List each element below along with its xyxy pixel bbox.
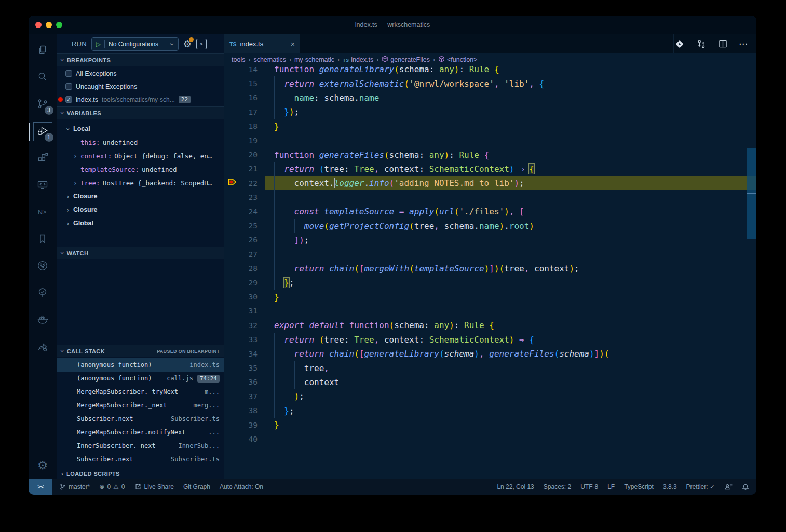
- debug-console-button[interactable]: >: [196, 39, 207, 49]
- code-line-text[interactable]: [265, 432, 756, 446]
- run-or-debug-icon[interactable]: [674, 38, 685, 50]
- line-number[interactable]: 33: [240, 335, 265, 344]
- line-number[interactable]: 17: [240, 108, 265, 116]
- scope-row[interactable]: ›Global: [57, 216, 224, 230]
- code-line-text[interactable]: [265, 304, 756, 318]
- code-line-text[interactable]: return (tree: Tree, context: SchematicCo…: [265, 333, 756, 347]
- breadcrumb-item-tools[interactable]: tools: [232, 56, 245, 63]
- variable-row[interactable]: this:undefined: [57, 135, 224, 149]
- code-line-text[interactable]: [265, 190, 756, 204]
- activity-bar-item-explorer[interactable]: [29, 37, 57, 64]
- activity-bar-item-manage[interactable]: ⚙: [29, 452, 57, 479]
- code-line-text[interactable]: export default function(schema: any): Ru…: [265, 318, 756, 332]
- line-number[interactable]: 16: [240, 93, 265, 102]
- activity-bar-item-search[interactable]: [29, 64, 57, 91]
- start-debugging-icon[interactable]: ▷: [96, 40, 101, 48]
- call-stack-frame[interactable]: (anonymous function)index.ts: [57, 358, 224, 372]
- code-line-text[interactable]: };: [265, 276, 756, 290]
- activity-bar-item-git-graph[interactable]: [29, 253, 57, 280]
- code-line-text[interactable]: ]);: [265, 233, 756, 247]
- line-number[interactable]: 34: [240, 350, 265, 358]
- code-line-text[interactable]: }: [265, 418, 756, 432]
- line-number[interactable]: 21: [240, 165, 265, 173]
- line-number[interactable]: 19: [240, 137, 265, 145]
- breakpoint-checkbox[interactable]: ✓: [65, 96, 72, 103]
- breakpoint-checkbox[interactable]: [65, 83, 72, 90]
- code-line-text[interactable]: }: [265, 119, 756, 133]
- activity-bar-item-docker[interactable]: [29, 307, 57, 334]
- launch-configuration-dropdown[interactable]: ▷ No Configurations ›: [91, 37, 179, 51]
- activity-bar-item-todo-tree[interactable]: [29, 280, 57, 307]
- line-number[interactable]: 27: [240, 250, 265, 258]
- status-item-feedback[interactable]: [724, 483, 733, 490]
- call-stack-frame[interactable]: MergeMapSubscriber.notifyNext...: [57, 426, 224, 439]
- scope-row[interactable]: ›Local: [57, 122, 224, 135]
- line-number[interactable]: 23: [240, 193, 265, 201]
- line-number[interactable]: 22: [240, 179, 265, 187]
- status-item-auto-attach-on[interactable]: Auto Attach: On: [220, 483, 263, 490]
- line-number[interactable]: 14: [240, 66, 265, 74]
- line-number[interactable]: 18: [240, 122, 265, 130]
- line-number[interactable]: 30: [240, 293, 265, 301]
- code-line-text[interactable]: );: [265, 389, 756, 403]
- status-item-live-share[interactable]: Live Share: [134, 483, 174, 490]
- line-number[interactable]: 24: [240, 208, 265, 216]
- variable-row[interactable]: ›context:Object {debug: false, en…: [57, 149, 224, 162]
- status-item-lf[interactable]: LF: [607, 483, 615, 490]
- line-number[interactable]: 32: [240, 321, 265, 330]
- call-stack-section-header[interactable]: › CALL STACK PAUSED ON BREAKPOINT: [57, 345, 224, 357]
- code-line-text[interactable]: const templateSource = apply(url('./file…: [265, 204, 756, 219]
- code-line-text[interactable]: [265, 247, 756, 261]
- status-item-ln-22-col-13[interactable]: Ln 22, Col 13: [497, 483, 534, 490]
- line-number[interactable]: 25: [240, 222, 265, 230]
- code-line-text[interactable]: context.logger.info('adding NOTES.md to …: [265, 176, 756, 190]
- code-line-text[interactable]: }: [265, 290, 756, 304]
- call-stack-frame[interactable]: MergeMapSubscriber._tryNextm...: [57, 385, 224, 399]
- breakpoints-section-header[interactable]: › BREAKPOINTS: [57, 53, 224, 66]
- breakpoint-item[interactable]: Uncaught Exceptions: [57, 80, 224, 93]
- call-stack-frame[interactable]: Subscriber.nextSubscriber.ts: [57, 453, 224, 466]
- line-number[interactable]: 39: [240, 421, 265, 429]
- split-editor-icon[interactable]: [717, 38, 728, 49]
- call-stack-frame[interactable]: Subscriber.nextSubscriber.ts: [57, 412, 224, 426]
- line-number[interactable]: 20: [240, 151, 265, 159]
- code-line-text[interactable]: [265, 133, 756, 147]
- activity-bar-item-bookmarks[interactable]: [29, 226, 57, 253]
- status-item-3-8-3[interactable]: 3.8.3: [663, 483, 677, 490]
- line-number[interactable]: 40: [240, 435, 265, 443]
- status-item-bell[interactable]: [742, 483, 749, 491]
- call-stack-frame[interactable]: MergeMapSubscriber._nextmerg...: [57, 399, 224, 412]
- breadcrumb-item-generateFiles[interactable]: generateFiles: [382, 56, 430, 64]
- activity-bar-item-run-and-debug[interactable]: 1: [29, 118, 57, 145]
- scope-row[interactable]: ›Closure: [57, 189, 224, 203]
- breadcrumb-item-function[interactable]: <function>: [438, 56, 477, 64]
- call-stack-frame[interactable]: (anonymous function)call.js74:24: [57, 372, 224, 385]
- code-line-text[interactable]: move(getProjectConfig(tree, schema.name)…: [265, 219, 756, 233]
- status-item-master[interactable]: master*: [59, 483, 90, 490]
- line-number[interactable]: 37: [240, 392, 265, 401]
- status-item-spaces-2[interactable]: Spaces: 2: [544, 483, 571, 490]
- zoom-window-button[interactable]: [56, 22, 62, 28]
- line-number[interactable]: 36: [240, 378, 265, 386]
- code-line-text[interactable]: return chain([mergeWith(templateSource)]…: [265, 262, 756, 276]
- activity-bar-item-source-control[interactable]: 3: [29, 91, 57, 118]
- variable-row[interactable]: ›tree:HostTree {_backend: ScopedH…: [57, 176, 224, 189]
- breakpoint-item[interactable]: ✓index.tstools/schematics/my-sch...22: [57, 93, 224, 106]
- code-line-text[interactable]: function generateFiles(schema: any): Rul…: [265, 147, 756, 161]
- breadcrumb-item-indexts[interactable]: TSindex.ts: [343, 56, 373, 63]
- line-number[interactable]: 38: [240, 406, 265, 415]
- line-number[interactable]: 15: [240, 79, 265, 88]
- tab-index-ts[interactable]: TS index.ts ×: [224, 34, 300, 53]
- code-line-text[interactable]: });: [265, 105, 756, 119]
- close-window-button[interactable]: [35, 22, 42, 28]
- configure-gear-button[interactable]: ⚙: [183, 38, 192, 50]
- call-stack-frame[interactable]: InnerSubscriber._nextInnerSub...: [57, 439, 224, 453]
- line-number[interactable]: 29: [240, 279, 265, 287]
- more-actions-icon[interactable]: ⋯: [739, 38, 748, 49]
- activity-bar-item-nx-console[interactable]: N≥: [29, 199, 57, 226]
- close-tab-icon[interactable]: ×: [291, 40, 295, 48]
- status-item-utf-8[interactable]: UTF-8: [580, 483, 598, 490]
- code-line-text[interactable]: tree,: [265, 361, 756, 375]
- code-line-text[interactable]: return (tree: Tree, context: SchematicCo…: [265, 162, 756, 176]
- variable-row[interactable]: templateSource:undefined: [57, 162, 224, 176]
